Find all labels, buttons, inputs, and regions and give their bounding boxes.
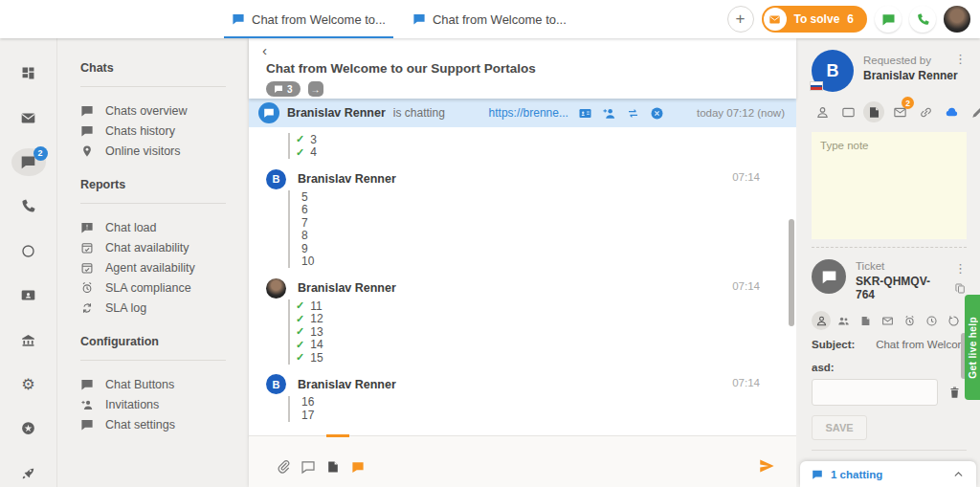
contact-card-icon[interactable]: [578, 106, 592, 121]
sidebar-item-chats-overview[interactable]: Chats overview: [80, 100, 249, 121]
note-icon[interactable]: [325, 459, 341, 475]
message-row: ✓3: [301, 133, 796, 146]
notes-icon[interactable]: [863, 101, 884, 122]
chat-main: ‹ Chat from Welcome to our Support Porta…: [249, 38, 796, 487]
sidebar-item-online-visitors[interactable]: Online visitors: [80, 141, 249, 161]
message-row: ✓11: [301, 299, 796, 313]
visitor-url-link[interactable]: https://brenne...: [489, 106, 568, 120]
alarm-icon: [80, 281, 94, 295]
send-icon[interactable]: [758, 457, 775, 475]
message-row: 10: [301, 255, 796, 269]
rail-tickets-icon[interactable]: [11, 103, 46, 131]
messages-scrollbar[interactable]: [789, 219, 794, 326]
message-text: 7: [301, 216, 308, 230]
open-ticket-tabs: Chat from Welcome to... Chat from Welcom…: [218, 0, 580, 38]
nav-section-chats: Chats Chats overview Chats history Onlin…: [80, 61, 249, 161]
message-row: 7: [301, 216, 796, 230]
rail-settings-icon[interactable]: ⚙: [11, 370, 46, 398]
sla-icon[interactable]: [900, 311, 919, 330]
ticket-badges: 3 →: [266, 81, 796, 97]
profile-icon[interactable]: [812, 101, 833, 122]
rail-social-icon[interactable]: [11, 237, 46, 265]
message-text: 5: [301, 190, 308, 204]
tab-chat-1[interactable]: Chat from Welcome to...: [218, 0, 399, 38]
chat-icon: [881, 12, 896, 27]
chat-message-icon[interactable]: [350, 459, 366, 475]
avatar-photo: [266, 278, 286, 299]
nav-label: Agent availability: [105, 261, 195, 275]
topbar: Chat from Welcome to... Chat from Welcom…: [0, 0, 980, 38]
trash-icon[interactable]: [947, 386, 962, 400]
back-chevron-icon[interactable]: ‹: [258, 42, 271, 58]
requester-tools: 2: [812, 101, 967, 122]
sidebar-item-chat-availability[interactable]: Chat availability: [80, 237, 249, 257]
mail-icon[interactable]: 2: [889, 101, 910, 122]
rail-apps-icon[interactable]: [11, 414, 46, 442]
section-title: Chats: [80, 61, 249, 75]
ticket-profile-icon[interactable]: [812, 311, 831, 330]
person-add-icon: [80, 398, 94, 411]
agents-icon[interactable]: [834, 311, 853, 330]
end-chat-icon[interactable]: [650, 106, 664, 121]
card-icon[interactable]: [837, 101, 858, 122]
pen-integration-icon[interactable]: [967, 101, 980, 122]
sidebar-item-chat-buttons[interactable]: Chat Buttons: [80, 374, 249, 394]
message-text: 13: [310, 325, 323, 339]
save-button[interactable]: SAVE: [812, 415, 867, 440]
rail-getting-started-icon[interactable]: [11, 459, 46, 487]
more-menu-icon[interactable]: ⋮: [954, 52, 967, 66]
nav-panel: Chats Chats overview Chats history Onlin…: [57, 38, 249, 487]
sidebar-item-chats-history[interactable]: Chats history: [80, 121, 249, 141]
message-row: 17: [301, 409, 796, 422]
chat-count: 3: [287, 84, 293, 95]
to-solve-button[interactable]: To solve 6: [762, 6, 867, 33]
chat-count-pill[interactable]: 3: [266, 81, 301, 97]
nav-label: Chat Buttons: [105, 378, 174, 391]
rail-dashboard-icon[interactable]: [11, 59, 46, 87]
rail-academy-icon[interactable]: [11, 325, 46, 353]
sidebar-item-chat-load[interactable]: Chat load: [80, 217, 249, 237]
history-icon[interactable]: [922, 311, 941, 330]
message-list[interactable]: ✓3 ✓4 B Branislav Renner 07:14 5 6 7: [249, 127, 796, 435]
sidebar-item-invitations[interactable]: Invitations: [80, 394, 249, 414]
forward-icon[interactable]: →: [308, 81, 323, 97]
invite-agent-icon[interactable]: [602, 106, 616, 121]
add-button[interactable]: +: [727, 6, 754, 33]
transfer-icon[interactable]: [626, 106, 640, 121]
attachment-icon[interactable]: [276, 459, 291, 475]
more-menu-icon[interactable]: ⋮: [954, 261, 967, 276]
requester-avatar[interactable]: B: [812, 50, 854, 92]
tab-chat-2[interactable]: Chat from Welcome to...: [399, 0, 580, 38]
chat-icon: [232, 12, 245, 26]
rail-contacts-icon[interactable]: [11, 281, 46, 309]
sidebar-item-sla-compliance[interactable]: SLA compliance: [80, 277, 249, 298]
chatting-bar[interactable]: 1 chatting: [800, 461, 976, 487]
cloud-integration-icon[interactable]: [941, 101, 962, 122]
message-group: B Branislav Renner 07:14 16 17: [266, 373, 796, 422]
reply-icon[interactable]: [301, 459, 316, 475]
chat-icon: [412, 12, 426, 26]
message-row: ✓13: [301, 325, 796, 339]
activity-icon[interactable]: [944, 311, 963, 330]
user-avatar[interactable]: [944, 6, 970, 33]
envelope-icon: [764, 8, 787, 31]
ticket-notes-icon[interactable]: [856, 311, 875, 330]
chevron-up-icon[interactable]: [952, 468, 965, 480]
avatar-initial: B: [827, 61, 839, 81]
phone-status-button[interactable]: [909, 6, 936, 33]
ticket-mail-icon[interactable]: [878, 311, 897, 330]
copy-icon[interactable]: [954, 282, 967, 295]
chat-bar-actions: https://brenne...: [489, 106, 664, 121]
rail-chats-icon[interactable]: 2: [11, 148, 46, 176]
rail-calls-icon[interactable]: [11, 192, 46, 220]
note-input[interactable]: [812, 132, 967, 239]
sidebar-item-sla-log[interactable]: SLA log: [80, 298, 249, 318]
live-help-tab[interactable]: Get live help: [965, 295, 980, 400]
link-icon[interactable]: [915, 101, 936, 122]
chat-status-button[interactable]: [875, 6, 902, 33]
requester-name: Branislav Renner: [863, 69, 958, 82]
sidebar-item-chat-settings[interactable]: Chat settings: [80, 414, 249, 434]
ticket-avatar: [812, 259, 846, 294]
custom-field-input[interactable]: [812, 379, 938, 406]
sidebar-item-agent-availability[interactable]: Agent availability: [80, 257, 249, 277]
